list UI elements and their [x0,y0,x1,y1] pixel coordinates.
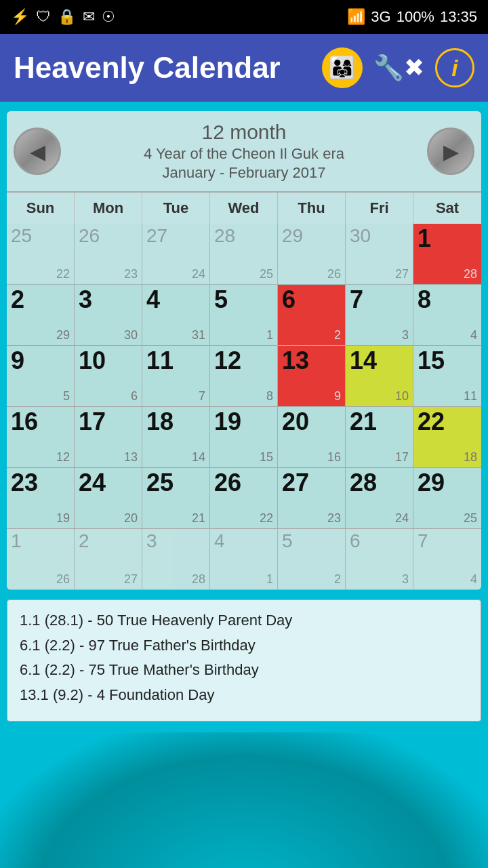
cal-cell[interactable]: 128 [413,224,481,285]
cal-cell[interactable]: 328 [142,529,210,590]
sub-date: 1 [266,572,273,587]
main-date: 21 [350,410,409,434]
event-item: 1.1 (28.1) - 50 True Heavenly Parent Day [20,611,468,631]
prev-month-button[interactable]: ◀ [14,127,61,175]
tools-icon[interactable]: 🔧✖ [373,54,424,82]
cal-cell[interactable]: 431 [142,285,210,346]
cal-cell[interactable]: 126 [7,529,75,590]
status-icons-left: ⚡ 🛡 🔒 ✉ ☉ [11,8,115,26]
sub-date: 17 [395,450,409,465]
main-date: 16 [11,410,70,434]
sub-date: 15 [260,450,273,465]
main-date: 27 [146,226,205,245]
cal-cell[interactable]: 2218 [413,407,481,468]
main-date: 26 [79,226,138,245]
cal-cell[interactable]: 1814 [142,407,210,468]
cal-cell[interactable]: 1713 [75,407,142,468]
cal-cell[interactable]: 1410 [346,346,413,407]
main-date: 6 [350,532,409,551]
main-date: 28 [214,226,273,245]
sub-date: 24 [192,267,205,281]
cal-cell[interactable]: 2521 [142,468,210,529]
cal-cell[interactable]: 139 [278,346,346,407]
cal-cell[interactable]: 2925 [413,468,481,529]
cal-cell[interactable]: 2824 [346,468,413,529]
cal-cell[interactable]: 84 [413,285,481,346]
cal-cell[interactable]: 51 [210,285,278,346]
sub-date: 4 [470,328,477,342]
cal-cell[interactable]: 1915 [210,407,278,468]
info-button[interactable]: i [435,48,474,87]
cal-cell[interactable]: 227 [75,529,142,590]
sub-date: 2 [334,572,341,587]
notification-icon: ✉ [83,8,95,26]
sub-date: 23 [327,511,341,526]
header-sat: Sat [413,193,481,224]
header-mon: Mon [75,193,142,224]
sub-date: 10 [395,389,409,403]
main-date: 3 [146,532,205,551]
cal-cell[interactable]: 41 [210,529,278,590]
sub-date: 6 [131,389,138,403]
sub-date: 22 [56,267,70,281]
main-date: 7 [418,532,477,551]
sub-date: 26 [56,572,70,587]
main-date: 15 [418,349,477,373]
cal-cell[interactable]: 229 [7,285,75,346]
day-headers: Sun Mon Tue Wed Thu Fri Sat [7,191,481,224]
cal-cell[interactable]: 2522 [7,224,75,285]
sub-date: 24 [395,511,409,526]
main-date: 8 [418,288,477,312]
cal-cell[interactable]: 1612 [7,407,75,468]
cal-cell[interactable]: 2016 [278,407,346,468]
cal-cell[interactable]: 2926 [278,224,346,285]
main-date: 25 [146,471,205,495]
sub-date: 5 [63,389,70,403]
main-date: 4 [214,532,273,551]
main-date: 4 [146,288,205,312]
main-date: 1 [418,226,477,251]
cal-cell[interactable]: 52 [278,529,346,590]
main-date: 17 [79,410,138,434]
time-label: 13:35 [440,8,477,26]
cal-cell[interactable]: 62 [278,285,346,346]
header-thu: Thu [278,193,346,224]
cal-cell[interactable]: 3027 [346,224,413,285]
cal-cell[interactable]: 128 [210,346,278,407]
sub-date: 25 [464,511,477,526]
cal-cell[interactable]: 2117 [346,407,413,468]
events-panel: 1.1 (28.1) - 50 True Heavenly Parent Day… [7,599,481,722]
wifi-icon: 📶 [347,8,365,26]
sub-date: 25 [260,267,273,281]
sub-date: 22 [260,511,273,526]
main-date: 12 [214,349,273,373]
cal-cell[interactable]: 1511 [413,346,481,407]
cal-cell[interactable]: 2723 [278,468,346,529]
android-icon: ☉ [102,8,115,26]
app-title: Heavenly Calendar [14,51,311,85]
header-fri: Fri [346,193,413,224]
cal-cell[interactable]: 117 [142,346,210,407]
cal-cell[interactable]: 2825 [210,224,278,285]
cal-cell[interactable]: 63 [346,529,413,590]
cal-cell[interactable]: 95 [7,346,75,407]
cal-cell[interactable]: 2622 [210,468,278,529]
cal-cell[interactable]: 2319 [7,468,75,529]
cal-cell[interactable]: 330 [75,285,142,346]
sub-date: 1 [266,328,273,342]
header-sun: Sun [7,193,75,224]
event-item: 6.1 (2.2) - 97 True Father's Birthday [20,636,468,656]
event-item: 13.1 (9.2) - 4 Foundation Day [20,686,468,705]
sub-date: 3 [402,572,409,587]
cal-cell[interactable]: 74 [413,529,481,590]
logo-icon[interactable]: 👨‍👩‍👧 [322,47,363,88]
cal-cell[interactable]: 73 [346,285,413,346]
cal-cell[interactable]: 2420 [75,468,142,529]
next-month-button[interactable]: ▶ [427,127,474,175]
cal-cell[interactable]: 2623 [75,224,142,285]
cal-cell[interactable]: 2724 [142,224,210,285]
cal-cell[interactable]: 106 [75,346,142,407]
sub-date: 26 [327,267,341,281]
sub-date: 29 [56,328,70,342]
main-date: 27 [282,471,341,495]
